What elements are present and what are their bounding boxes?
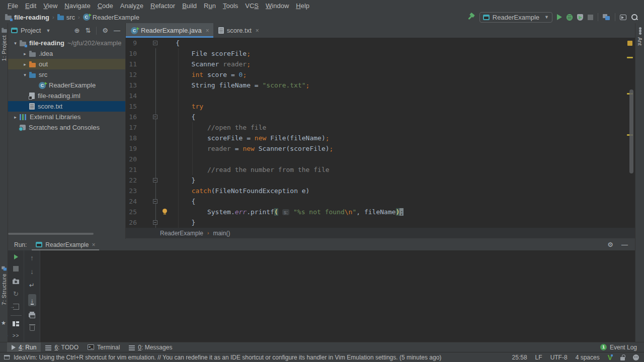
soft-wrap-icon[interactable]: ↵: [29, 282, 35, 289]
attach-icon[interactable]: [13, 304, 19, 310]
code-line-20[interactable]: 20: [126, 154, 635, 164]
inspection-status-square[interactable]: [627, 41, 632, 46]
close-icon[interactable]: ×: [92, 241, 95, 248]
stripe-ant-button[interactable]: Ant: [637, 37, 643, 46]
event-log-button[interactable]: 1 Event Log: [600, 344, 644, 351]
code-line-21[interactable]: 21 //read the number from the file: [126, 164, 635, 175]
menu-file[interactable]: File: [4, 2, 22, 10]
menu-run[interactable]: Run: [200, 2, 219, 10]
code-line-14[interactable]: 14: [126, 90, 635, 101]
tree-item-score.txt[interactable]: score.txt: [8, 101, 125, 112]
menu-analyze[interactable]: Analyze: [117, 2, 147, 10]
menu-window[interactable]: Window: [262, 2, 292, 10]
tree-item-out[interactable]: ▸out: [8, 59, 125, 69]
search-everywhere-icon[interactable]: [631, 14, 638, 21]
debug-button[interactable]: [567, 14, 573, 21]
code-line-12[interactable]: 12 int score = 0;: [126, 69, 635, 80]
highlighting-level-icon[interactable]: [633, 354, 639, 360]
stop-button[interactable]: [588, 15, 593, 20]
code-line-22[interactable]: 22− }: [126, 175, 635, 186]
rerun-button[interactable]: [14, 254, 18, 259]
scroll-to-end-button[interactable]: ↓: [28, 294, 36, 306]
breadcrumb-item[interactable]: file-reading: [5, 14, 49, 21]
gear-icon[interactable]: ⚙: [102, 27, 108, 34]
locate-icon[interactable]: ⊕: [74, 27, 80, 34]
code-line-15[interactable]: 15 try: [126, 101, 635, 112]
run-with-coverage-button[interactable]: [577, 14, 583, 21]
chevron-right-icon[interactable]: ▸: [21, 62, 29, 67]
stripe-structure-button[interactable]: 7: Structure: [1, 274, 7, 305]
tree-item-.idea[interactable]: ▸.idea: [8, 48, 125, 59]
tree-item-Scratches and Consoles[interactable]: Scratches and Consoles: [8, 122, 125, 133]
project-title[interactable]: Project: [21, 27, 41, 34]
chevron-down-icon[interactable]: ▼: [46, 28, 50, 33]
code-editor[interactable]: 9− {10 File scoreFile;11 Scanner reader;…: [126, 38, 635, 228]
warning-stripe-mark[interactable]: [627, 57, 633, 58]
tree-item-ReaderExample[interactable]: ReaderExample: [8, 80, 125, 90]
run-tab[interactable]: ReaderExample ×: [32, 239, 99, 250]
tree-item-External Libraries[interactable]: ▸External Libraries: [8, 112, 125, 122]
down-stack-trace-icon[interactable]: ↓: [30, 268, 34, 275]
chevron-right-icon[interactable]: ▸: [21, 51, 29, 56]
breadcrumb-class[interactable]: ReaderExample: [160, 230, 203, 237]
vim-icon[interactable]: V: [608, 354, 612, 361]
fold-marker-icon[interactable]: −: [153, 41, 157, 45]
code-line-10[interactable]: 10 File scoreFile;: [126, 48, 635, 59]
build-hammer-icon[interactable]: [467, 14, 475, 21]
status-message[interactable]: IdeaVim: Using the Ctrl+R shortcut for v…: [14, 354, 441, 361]
restart-icon[interactable]: ↻: [13, 291, 19, 297]
vertical-scrollbar[interactable]: [629, 89, 633, 173]
clear-all-icon[interactable]: [30, 326, 35, 331]
run-console-output[interactable]: [40, 250, 635, 342]
code-line-11[interactable]: 11 Scanner reader;: [126, 59, 635, 69]
breadcrumb-item[interactable]: ReaderExample: [83, 14, 139, 21]
chevron-down-icon[interactable]: ▾: [11, 41, 20, 46]
menu-help[interactable]: Help: [292, 2, 313, 10]
code-line-13[interactable]: 13 String fileName = "score.txt";: [126, 80, 635, 90]
editor-tab-ReaderExample.java[interactable]: ReaderExample.java×: [126, 23, 213, 38]
gear-icon[interactable]: ⚙: [607, 241, 613, 248]
code-line-19[interactable]: 19 reader = new Scanner(scoreFile);: [126, 143, 635, 154]
fold-marker-icon[interactable]: −: [153, 115, 157, 119]
menu-tools[interactable]: Tools: [219, 2, 242, 10]
more-options-icon[interactable]: >>: [13, 333, 20, 338]
tree-item-file-reading[interactable]: ▾file-reading~/gfu/202/example: [8, 38, 125, 48]
menu-build[interactable]: Build: [179, 2, 200, 10]
editor-tab-score.txt[interactable]: score.txt×: [213, 23, 263, 38]
run-configuration-select[interactable]: ReaderExample ▼: [479, 12, 552, 23]
file-encoding[interactable]: UTF-8: [550, 354, 568, 361]
run-button[interactable]: [557, 14, 562, 20]
code-line-17[interactable]: 17 //open the file: [126, 122, 635, 133]
menu-edit[interactable]: Edit: [22, 2, 40, 10]
tree-item-file-reading.iml[interactable]: file-reading.iml: [8, 90, 125, 101]
code-line-18[interactable]: 18 scoreFile = new File(fileName);: [126, 133, 635, 143]
code-line-9[interactable]: 9− {: [126, 38, 635, 48]
print-icon[interactable]: [29, 313, 35, 317]
chevron-down-icon[interactable]: ▾: [21, 72, 29, 77]
code-line-23[interactable]: 23 catch(FileNotFoundException e): [126, 186, 635, 196]
chevron-right-icon[interactable]: ▸: [11, 115, 20, 120]
line-separator[interactable]: LF: [535, 354, 542, 361]
project-structure-icon[interactable]: [603, 14, 610, 20]
toolwindow-tab-0: Messages[interactable]: 0: Messages: [124, 342, 177, 352]
up-stack-trace-icon[interactable]: ↑: [30, 254, 34, 261]
toolwindow-tab-4: Run[interactable]: 4: Run: [7, 342, 41, 352]
breadcrumb-method[interactable]: main(): [213, 230, 230, 237]
menu-view[interactable]: View: [40, 2, 61, 10]
caret-position[interactable]: 25:58: [512, 354, 527, 361]
stripe-project-button[interactable]: 1: Project: [1, 35, 7, 61]
fold-marker-icon[interactable]: −: [153, 178, 157, 183]
intention-bulb-icon[interactable]: [163, 209, 167, 213]
close-icon[interactable]: ×: [206, 27, 209, 34]
close-icon[interactable]: ×: [256, 27, 259, 34]
thread-dump-icon[interactable]: [13, 280, 19, 284]
fold-marker-icon[interactable]: −: [153, 220, 157, 225]
unlock-icon[interactable]: [620, 357, 625, 360]
menu-navigate[interactable]: Navigate: [61, 2, 94, 10]
hide-icon[interactable]: —: [114, 27, 120, 34]
horizontal-scrollbar[interactable]: [8, 233, 94, 235]
code-line-26[interactable]: 26− }: [126, 217, 635, 228]
toolwindow-tab-6: TODO[interactable]: 6: TODO: [41, 342, 83, 352]
collapse-all-icon[interactable]: ⇅: [85, 27, 91, 34]
code-line-25[interactable]: 25 System.err.printf( s: "%s not found\n…: [126, 207, 635, 217]
